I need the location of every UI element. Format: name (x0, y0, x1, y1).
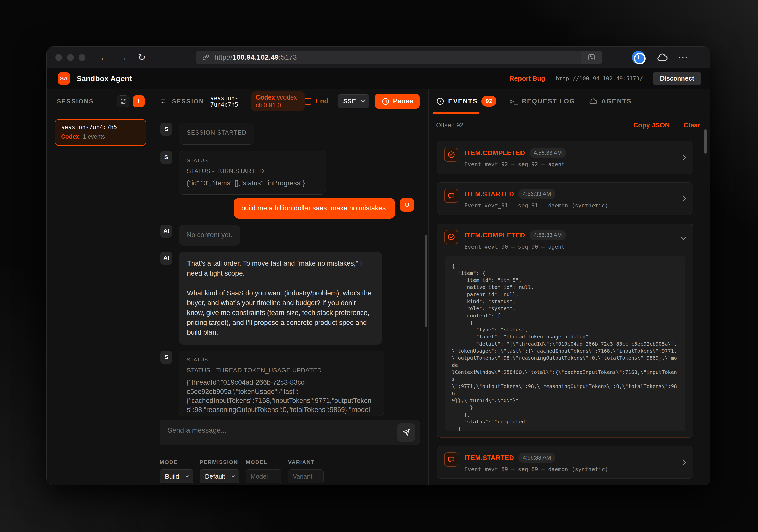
ai-paragraph: That’s a tall order. To move fast and “m… (187, 259, 374, 279)
model-input[interactable] (246, 469, 282, 483)
clear-events-button[interactable]: Clear (684, 121, 700, 129)
forward-button[interactable]: → (119, 52, 127, 62)
app-header: SA Sandbox Agent Report Bug http://100.9… (47, 68, 710, 89)
tab-request-log[interactable]: >_ REQUEST LOG (510, 97, 575, 105)
onepassword-extension-icon[interactable] (632, 51, 645, 64)
ai-avatar: AI (160, 224, 172, 238)
event-time: 4:56:33 AM (530, 230, 566, 240)
end-session-checkbox[interactable]: End (305, 97, 328, 105)
speech-bubble-icon (444, 189, 458, 203)
pause-label: Pause (393, 97, 413, 105)
close-window-button[interactable] (55, 54, 62, 61)
event-card-header: ITEM.COMPLETED 4:56:33 AM Event #evt_90 … (444, 230, 686, 250)
message-bubble: STATUS STATUS - THREAD.TOKEN_USAGE.UPDAT… (179, 350, 384, 416)
agents-tab-label: AGENTS (601, 97, 632, 105)
status-title: STATUS (187, 158, 318, 163)
window-controls (47, 54, 86, 61)
terminal-icon: >_ (510, 97, 518, 105)
chat-message-ai: AI No content yet. (160, 224, 428, 246)
session-agent: Codex (61, 133, 79, 140)
system-avatar: S (160, 350, 172, 364)
transport-select[interactable]: SSE (338, 94, 369, 108)
url-bar[interactable]: http://100.94.102.49:5173 (195, 50, 603, 64)
browser-chrome: ← → ↻ http://100.94.102.49:5173 ⋯ (47, 47, 710, 68)
session-controls: MODE Build PERMISSION Default MODEL (152, 445, 428, 485)
event-card-expanded[interactable]: ITEM.COMPLETED 4:56:33 AM Event #evt_90 … (437, 223, 693, 438)
back-button[interactable]: ← (100, 52, 108, 62)
events-tabs: EVENTS 92 >_ REQUEST LOG AGENTS (429, 89, 710, 114)
chat-message-ai: AI That’s a tall order. To move fast and… (160, 251, 428, 345)
cloud-sync-icon[interactable] (656, 53, 668, 62)
agents-cloud-icon (589, 98, 597, 105)
mode-select[interactable]: Build (160, 469, 193, 483)
session-header: SESSION session-7un4c7h5 Codex vcodex-cl… (152, 89, 428, 114)
pause-icon (382, 97, 390, 105)
model-group: MODEL (246, 459, 282, 485)
event-summary: Event #evt_89 — seq 89 — daemon (synthet… (465, 466, 686, 472)
variant-label: VARIANT (288, 459, 324, 465)
chat-message-user: build me a billion dollar saas. make no … (160, 198, 428, 218)
end-label: End (315, 97, 328, 105)
status-title: STATUS (187, 357, 376, 363)
permission-value: Default (205, 473, 225, 480)
send-button[interactable] (397, 423, 415, 442)
event-summary: Event #evt_91 — seq 91 — daemon (synthet… (465, 202, 686, 209)
event-time: 4:56:33 AM (530, 148, 566, 158)
variant-input[interactable] (288, 469, 324, 483)
event-card-body: ITEM.STARTED 4:56:33 AM Event #evt_89 — … (465, 452, 686, 472)
event-summary: Event #evt_92 — seq 92 — agent (465, 161, 686, 167)
permission-select[interactable]: Default (200, 469, 239, 483)
chat-bubble-icon (160, 97, 166, 105)
new-session-button[interactable]: + (133, 95, 145, 107)
events-panel: EVENTS 92 >_ REQUEST LOG AGENTS Offset: … (429, 89, 710, 485)
session-label: SESSION (172, 98, 204, 105)
tab-events[interactable]: EVENTS 92 (436, 96, 497, 107)
model-label: MODEL (246, 459, 282, 465)
session-name: session-7un4c7h5 (61, 124, 140, 130)
message-bubble: SESSION STARTED (179, 122, 254, 145)
chat-column: SESSION session-7un4c7h5 Codex vcodex-cl… (152, 89, 429, 485)
event-card[interactable]: ITEM.STARTED 4:56:33 AM Event #evt_89 — … (437, 446, 693, 479)
event-card-header: ITEM.COMPLETED 4:56:33 AM Event #evt_92 … (444, 148, 686, 167)
zoom-window-button[interactable] (79, 54, 86, 61)
events-tab-label: EVENTS (448, 97, 477, 105)
chevron-down-icon (361, 99, 365, 103)
pause-button[interactable]: Pause (375, 94, 420, 109)
status-payload: {"id":"0","items":[],"status":"inProgres… (187, 179, 318, 188)
status-subtitle: STATUS - TURN.STARTED (187, 167, 318, 175)
copy-json-button[interactable]: Copy JSON (634, 121, 670, 129)
input-placeholder: Send a message... (167, 426, 226, 434)
system-avatar: S (160, 122, 172, 136)
transport-value: SSE (343, 97, 356, 105)
check-circle-icon (444, 148, 458, 162)
reader-controls-button[interactable] (581, 50, 603, 64)
check-circle-icon (444, 230, 458, 244)
checkbox-icon (305, 98, 311, 105)
offset-label: Offset: 92 (436, 121, 464, 129)
mode-value: Build (165, 473, 179, 480)
chat-scrollbar[interactable] (425, 235, 427, 327)
message-input[interactable]: Send a message... (160, 419, 420, 445)
report-bug-link[interactable]: Report Bug (509, 75, 545, 83)
event-type: ITEM.STARTED (465, 454, 514, 462)
event-card-body: ITEM.COMPLETED 4:56:33 AM Event #evt_90 … (465, 230, 686, 250)
event-card[interactable]: ITEM.STARTED 4:56:33 AM Event #evt_91 — … (437, 183, 693, 215)
variant-group: VARIANT (288, 459, 324, 485)
request-log-tab-label: REQUEST LOG (522, 97, 575, 105)
chat-message-status: S STATUS STATUS - THREAD.TOKEN_USAGE.UPD… (160, 350, 428, 416)
browser-menu-icon[interactable]: ⋯ (678, 51, 689, 63)
reload-button[interactable]: ↻ (138, 52, 146, 63)
disconnect-button[interactable]: Disconnect (653, 72, 701, 85)
minimize-window-button[interactable] (67, 54, 74, 61)
app-title: Sandbox Agent (77, 74, 132, 83)
session-list-item[interactable]: session-7un4c7h5 Codex 1 events (54, 119, 146, 146)
tab-agents[interactable]: AGENTS (589, 97, 632, 105)
event-type: ITEM.STARTED (465, 190, 514, 198)
refresh-sessions-button[interactable] (117, 95, 129, 107)
events-scrollbar[interactable] (704, 129, 707, 153)
app-logo: SA (58, 73, 70, 84)
event-json-payload: { "item": { "item_id": "itm_5", "native_… (445, 256, 685, 431)
events-toolbar: Offset: 92 Copy JSON Clear (429, 117, 710, 133)
session-id: session-7un4c7h5 (210, 95, 247, 108)
event-card[interactable]: ITEM.COMPLETED 4:56:33 AM Event #evt_92 … (437, 141, 693, 174)
